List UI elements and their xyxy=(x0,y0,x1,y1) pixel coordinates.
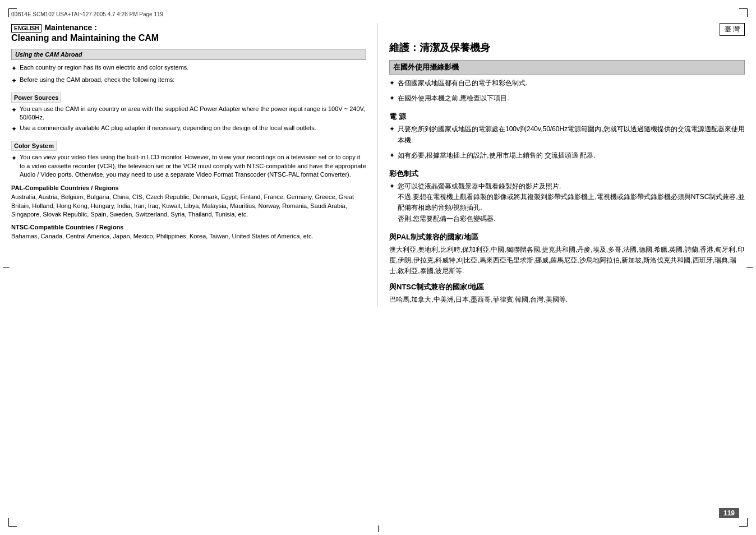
zh-bullet-2: ✦ 在國外使用本機之前,應檢查以下項目. xyxy=(389,93,745,106)
center-mark-right xyxy=(746,268,753,268)
color-zh-title: 彩色制式 xyxy=(389,169,745,179)
power-bullet-1: ✦ You can use the CAM in any country or … xyxy=(11,105,366,122)
power-bullet-text-1: You can use the CAM in any country or ar… xyxy=(20,105,366,122)
title-line2: Cleaning and Maintaining the CAM xyxy=(11,33,366,43)
zh-color-bullet: ✦ 您可以從液晶螢幕或觀景器中觀看錄製好的影片及照片. 不過,要想在電視機上觀看… xyxy=(389,181,745,227)
color-bullet-1: ✦ You can view your video files using th… xyxy=(11,153,366,179)
ntsc-section: NTSC-Compatible Countries / Regions Baha… xyxy=(11,224,366,241)
bullet-text-2: Before using the CAM abroad, check the f… xyxy=(20,76,174,84)
zh-color-text: 您可以從液晶螢幕或觀景器中觀看錄製好的影片及照片. 不過,要想在電視機上觀看錄製… xyxy=(398,181,745,224)
pal-zh-title: 與PAL制式兼容的國家/地區 xyxy=(389,232,745,242)
power-zh-title: 電 源 xyxy=(389,112,745,122)
bullet-text-1: Each country or region has its own elect… xyxy=(20,63,188,72)
bullet-symbol-5: ✦ xyxy=(11,154,17,163)
crop-mark-top-left xyxy=(8,8,17,17)
document-id: 00B14E SCM102 USA+TAI~127 2005.4.7 4:28 … xyxy=(11,11,745,17)
bullet-item-1: ✦ Each country or region has its own ele… xyxy=(11,63,366,73)
right-col-header: 臺 灣 xyxy=(389,23,745,39)
color-system-title: Color System xyxy=(11,141,57,151)
zh-bullet-symbol-2: ✦ xyxy=(389,94,395,103)
pal-section: PAL-Compatible Countries / Regions Austr… xyxy=(11,185,366,219)
zh-bullet-1: ✦ 各個國家或地區都有自己的電子和彩色制式. xyxy=(389,78,745,91)
page-number-badge: 119 xyxy=(719,508,739,518)
power-bullet-text-2: Use a commercially available AC plug ada… xyxy=(20,124,316,132)
zh-power-bullet-2: ✦ 如有必要,根據當地插上的設計,使用市場上銷售的 交流插頭適 配器. xyxy=(389,150,745,163)
power-bullet-2: ✦ Use a commercially available AC plug a… xyxy=(11,124,366,134)
main-content: ENGLISH Maintenance : Cleaning and Maint… xyxy=(11,23,745,307)
zh-power-text-1: 只要您所到的國家或地區的電源處在100v到240v,50/60Hz電源範圍內,您… xyxy=(398,124,745,145)
color-bullet-text-1: You can view your video files using the … xyxy=(20,153,366,179)
title-zh: 維護：清潔及保養機身 xyxy=(389,41,745,54)
crop-mark-bottom-left xyxy=(8,518,17,527)
power-sources-title: Power Sources xyxy=(11,93,61,103)
english-title-line1: ENGLISH Maintenance : xyxy=(11,23,366,33)
ntsc-zh-text: 巴哈馬,加拿大,中美洲,日本,墨西哥,菲律賓,韓國,台灣,美國等. xyxy=(389,294,745,305)
bullet-item-2: ✦ Before using the CAM abroad, check the… xyxy=(11,76,366,86)
pal-zh-text: 澳大利亞,奧地利,比利時,保加利亞,中國,獨聯體各國,捷克共和國,丹麥,埃及,多… xyxy=(389,245,745,277)
bullet-symbol-1: ✦ xyxy=(11,64,17,73)
section-using-cam-abroad-header: Using the CAM Abroad xyxy=(11,49,366,60)
pal-text: Australia, Austria, Belgium, Bulgaria, C… xyxy=(11,193,366,219)
zh-bullet-text-1: 各個國家或地區都有自己的電子和彩色制式. xyxy=(398,78,527,89)
english-badge: ENGLISH xyxy=(11,24,42,33)
right-column: 臺 灣 維護：清潔及保養機身 在國外使用攝綠影機 ✦ 各個國家或地區都有自己的電… xyxy=(378,23,745,307)
zh-bullet-text-2: 在國外使用本機之前,應檢查以下項目. xyxy=(398,93,509,104)
zh-bullet-symbol-1: ✦ xyxy=(389,79,395,88)
bullet-symbol-3: ✦ xyxy=(11,105,17,115)
ntsc-zh-title: 與NTSC制式兼容的國家/地區 xyxy=(389,282,745,292)
zh-color-symbol: ✦ xyxy=(389,182,395,191)
page-container: 00B14E SCM102 USA+TAI~127 2005.4.7 4:28 … xyxy=(0,0,756,535)
title-line1: Maintenance : xyxy=(44,23,96,32)
center-mark-left xyxy=(3,268,10,268)
center-mark-bottom xyxy=(378,525,379,532)
section-zh-abroad-header: 在國外使用攝綠影機 xyxy=(389,60,745,75)
zh-power-symbol-2: ✦ xyxy=(389,151,395,160)
bullet-symbol-2: ✦ xyxy=(11,76,17,86)
taiwan-badge: 臺 灣 xyxy=(720,23,745,36)
crop-mark-bottom-right xyxy=(739,518,748,527)
left-column: ENGLISH Maintenance : Cleaning and Maint… xyxy=(11,23,378,307)
pal-title: PAL-Compatible Countries / Regions xyxy=(11,185,366,191)
zh-power-symbol-1: ✦ xyxy=(389,124,395,134)
zh-power-bullet-1: ✦ 只要您所到的國家或地區的電源處在100v到240v,50/60Hz電源範圍內… xyxy=(389,124,745,147)
zh-power-text-2: 如有必要,根據當地插上的設計,使用市場上銷售的 交流插頭適 配器. xyxy=(398,150,596,161)
bullet-symbol-4: ✦ xyxy=(11,124,17,134)
crop-mark-top-right xyxy=(739,8,748,17)
ntsc-title: NTSC-Compatible Countries / Regions xyxy=(11,224,366,230)
ntsc-text: Bahamas, Canada, Central America, Japan,… xyxy=(11,232,366,241)
